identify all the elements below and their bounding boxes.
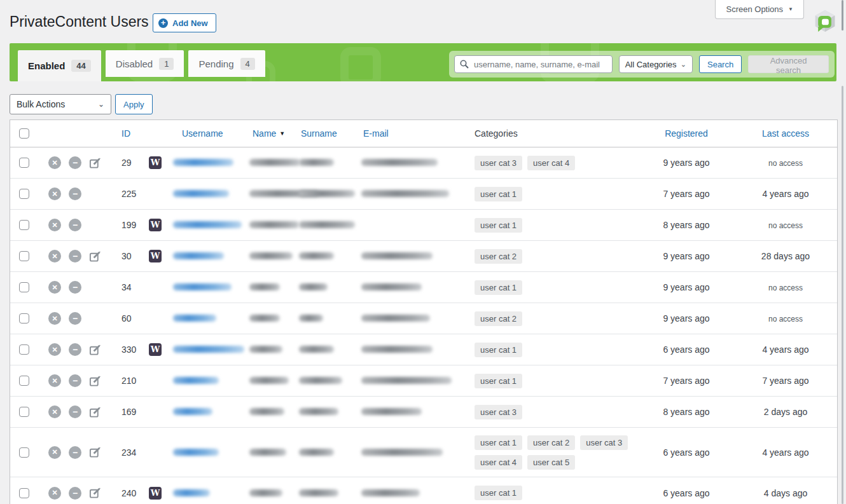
row-checkbox[interactable] [19, 251, 29, 261]
user-id: 210 [114, 376, 149, 386]
redacted-surname [299, 489, 338, 496]
delete-user-icon[interactable]: ✕ [48, 405, 61, 418]
category-tag: user cat 2 [475, 249, 522, 264]
row-checkbox[interactable] [19, 158, 29, 168]
column-header-email[interactable]: E-mail [361, 128, 471, 139]
bulk-actions-select[interactable]: Bulk Actions ⌄ [10, 94, 111, 114]
row-checkbox[interactable] [19, 376, 29, 386]
edit-user-icon[interactable] [89, 487, 101, 499]
tab-disabled-count-badge: 1 [159, 58, 174, 70]
user-id: 330 [114, 344, 149, 355]
edit-user-icon[interactable] [89, 446, 101, 458]
wordpress-icon: W [149, 250, 162, 262]
table-row: ✕ − 29 W user cat 3 user cat 4 9 years a… [10, 147, 837, 179]
row-checkbox[interactable] [19, 344, 29, 355]
row-checkbox[interactable] [19, 282, 29, 292]
row-checkbox[interactable] [19, 407, 29, 417]
tab-disabled[interactable]: Disabled 1 [106, 50, 184, 77]
select-all-checkbox[interactable] [19, 128, 29, 139]
tab-pending[interactable]: Pending 4 [188, 50, 265, 77]
redacted-surname [299, 190, 355, 197]
redacted-username [173, 315, 216, 322]
tab-enabled[interactable]: Enabled 44 [18, 50, 101, 81]
chevron-down-icon: ⌄ [98, 100, 104, 109]
table-row: ✕ − 30 W user cat 2 9 years ago 28 days … [10, 241, 837, 272]
registered-value: 8 years ago [639, 220, 734, 230]
edit-user-icon[interactable] [89, 157, 101, 169]
last-access-value: no access [768, 315, 803, 324]
disable-user-icon[interactable]: − [69, 281, 81, 294]
disable-user-icon[interactable]: − [69, 187, 81, 200]
row-checkbox[interactable] [19, 488, 29, 498]
column-header-id[interactable]: ID [114, 128, 149, 139]
delete-user-icon[interactable]: ✕ [48, 250, 61, 262]
disable-user-icon[interactable]: − [69, 343, 81, 356]
search-input[interactable] [454, 55, 613, 73]
redacted-email [361, 315, 430, 322]
delete-user-icon[interactable]: ✕ [48, 343, 61, 356]
top-bar: PrivateContent Users + Add New Screen Op… [10, 0, 836, 43]
chevron-down-icon: ⌄ [681, 60, 686, 69]
tab-pending-label: Pending [198, 58, 233, 69]
advanced-search-button[interactable]: Advanced search [748, 55, 829, 73]
disable-user-icon[interactable]: − [69, 405, 81, 418]
column-header-surname[interactable]: Surname [299, 128, 361, 139]
column-header-username[interactable]: Username [173, 128, 249, 139]
user-id: 169 [114, 407, 149, 417]
category-tag: user cat 5 [527, 455, 575, 470]
column-header-name[interactable]: Name ▼ [249, 128, 299, 139]
table-row: ✕ − 210 user cat 1 7 years ago 7 years a… [10, 365, 837, 397]
disable-user-icon[interactable]: − [69, 250, 81, 262]
redacted-surname [299, 315, 323, 322]
delete-user-icon[interactable]: ✕ [48, 187, 61, 200]
tab-pending-count-badge: 4 [240, 58, 255, 70]
redacted-email [361, 190, 449, 197]
scrollbar-track[interactable] [842, 86, 843, 504]
scrollbar-thumb[interactable] [842, 0, 843, 31]
row-checkbox[interactable] [19, 447, 29, 458]
redacted-name [249, 377, 289, 384]
apply-button[interactable]: Apply [115, 94, 153, 114]
delete-user-icon[interactable]: ✕ [48, 312, 61, 325]
screen-options-label: Screen Options [726, 4, 783, 14]
edit-user-icon[interactable] [89, 344, 101, 356]
redacted-surname [299, 346, 334, 353]
delete-user-icon[interactable]: ✕ [48, 446, 61, 459]
delete-user-icon[interactable]: ✕ [48, 156, 61, 169]
delete-user-icon[interactable]: ✕ [48, 281, 61, 294]
disable-user-icon[interactable]: − [69, 446, 81, 459]
delete-user-icon[interactable]: ✕ [48, 487, 61, 500]
row-checkbox[interactable] [19, 220, 29, 230]
redacted-username [173, 252, 224, 259]
redacted-name [249, 315, 280, 322]
disable-user-icon[interactable]: − [69, 156, 81, 169]
delete-user-icon[interactable]: ✕ [48, 219, 61, 231]
edit-user-icon[interactable] [89, 406, 101, 418]
disable-user-icon[interactable]: − [69, 487, 81, 500]
redacted-email [361, 252, 433, 259]
user-id: 34 [114, 282, 149, 292]
disable-user-icon[interactable]: − [69, 312, 81, 325]
delete-user-icon[interactable]: ✕ [48, 374, 61, 387]
edit-user-icon[interactable] [89, 250, 101, 262]
category-filter-select[interactable]: All Categories ⌄ [619, 55, 693, 73]
disable-user-icon[interactable]: − [69, 219, 81, 231]
disable-user-icon[interactable]: − [69, 374, 81, 387]
category-tag: user cat 1 [475, 374, 522, 388]
wordpress-icon: W [149, 156, 162, 169]
redacted-username [173, 449, 219, 456]
redacted-name [249, 159, 300, 166]
redacted-name [249, 489, 282, 496]
column-header-registered[interactable]: Registered [639, 128, 734, 139]
last-access-value: 7 years ago [734, 376, 837, 386]
row-checkbox[interactable] [19, 189, 29, 199]
search-button[interactable]: Search [699, 55, 742, 73]
last-access-value: 2 days ago [734, 407, 837, 417]
screen-options-button[interactable]: Screen Options ▼ [715, 0, 804, 19]
row-checkbox[interactable] [19, 313, 29, 324]
table-row: ✕ − 169 user cat 3 8 years ago 2 days ag… [10, 397, 837, 428]
edit-user-icon[interactable] [89, 375, 101, 387]
redacted-email [361, 449, 443, 456]
add-new-button[interactable]: + Add New [153, 13, 216, 32]
column-header-last-access[interactable]: Last access [734, 128, 837, 139]
